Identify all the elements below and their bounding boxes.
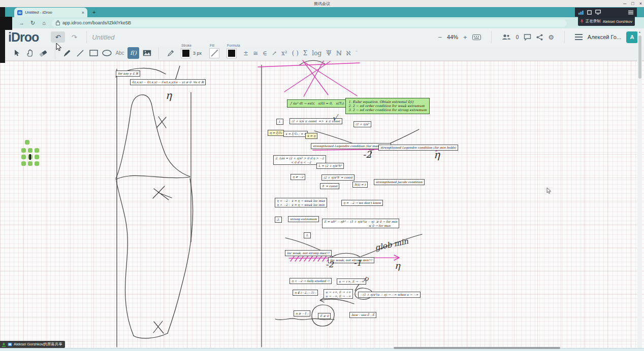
desktop-screen: 腾讯会议 ─ □ × iD Untitled - IDroo × + ← → ↻… xyxy=(0,0,644,351)
formula-box[interactable]: f(t,x,u) − f(t,x,y) − f′u(t,x,y)(u − y) … xyxy=(130,79,206,85)
plan-box[interactable]: 1. Euler equation. Obtain extremal x̂(t)… xyxy=(345,98,430,114)
formula-box[interactable]: E ≥ 0 xyxy=(318,313,331,319)
microphone-icon xyxy=(581,19,584,24)
recording-status: 正在录制 xyxy=(586,19,601,24)
formula-box[interactable]: L = (2 + η)ẋ²ℏ² xyxy=(316,163,344,169)
formula-box[interactable]: 3. xyxy=(275,217,282,223)
formula-box[interactable]: ẋ = ξ/T₀ ; = η xyxy=(283,131,308,137)
formula-box[interactable]: strong extremum xyxy=(288,216,319,222)
formula-box[interactable]: 1. xyxy=(276,119,283,125)
handwritten-label[interactable]: -1 xyxy=(353,258,362,268)
formula-box[interactable]: how : use Ē , Ē xyxy=(349,312,376,318)
vertical-scroll-thumb[interactable] xyxy=(638,36,641,79)
handwritten-label[interactable]: η xyxy=(395,260,400,271)
handwritten-label[interactable]: √ xyxy=(332,114,337,123)
scroll-up-arrow[interactable]: ▲ xyxy=(637,29,642,34)
formula-box[interactable]: (1 + η)ẋ² xyxy=(353,121,371,127)
formula-box[interactable]: u → +∞, E → +∞u → −∞, E → −∞ xyxy=(324,289,353,299)
screen-edge-strip xyxy=(0,7,5,63)
formula-box[interactable]: −(1 + η)ẋ²(u − η) → −∞ when u → −∞ xyxy=(358,292,421,298)
screen-edge-block xyxy=(0,17,12,30)
share-badge-text: Aleksei Gorshkov的屏幕共享 xyxy=(14,342,62,347)
formula-box[interactable]: loc weak, not strong min!!! xyxy=(328,257,374,263)
handwritten-label[interactable]: -2 xyxy=(326,260,334,269)
formula-box[interactable]: η ≥ −1 : xyxy=(294,310,310,317)
formula-box[interactable]: (2 + η)ẋ²ℏ′ = const xyxy=(321,174,355,181)
screen-share-badge[interactable]: Aleksei Gorshkov的屏幕共享 xyxy=(0,341,65,348)
formula-box[interactable]: η = ξ/T₀ xyxy=(268,130,284,136)
horizontal-scroll-thumb[interactable] xyxy=(394,347,560,349)
formula-box[interactable]: η < −2 : ẋ = η → weak loc maxη > −2 : ẋ … xyxy=(275,198,327,207)
handwritten-label[interactable]: η xyxy=(166,89,172,101)
member-list-icon[interactable] xyxy=(628,10,633,15)
formula-box[interactable]: η = −2 → we don't know xyxy=(341,200,383,206)
meeting-toolbar[interactable] xyxy=(575,8,637,17)
formula-box[interactable]: strengthened Jacobi condition xyxy=(374,179,425,185)
mouse-cursor xyxy=(56,43,63,52)
formula-box[interactable]: ℏ′ = const xyxy=(320,183,339,189)
task-box[interactable]: ∫ ẋu² dt → extr, x(0) = 0, x(T₀) = ξ xyxy=(287,99,353,108)
formula-box[interactable]: for any y ∈ ℝ xyxy=(116,71,140,77)
share-download-icon xyxy=(2,342,6,347)
formula-box[interactable]: ℏ(t) = t xyxy=(352,182,368,188)
share-window-icon xyxy=(8,342,12,346)
formula-box[interactable]: u → +∞, E → −∞ xyxy=(337,278,366,285)
meeting-recording-bar: 正在录制 Aleksei Gorshkov xyxy=(578,17,635,26)
vertical-scrollbar[interactable]: ▲ xyxy=(637,29,642,348)
formula-box[interactable]: loc weak, not strong max!!! xyxy=(285,250,332,256)
formula-box[interactable]: E = uℏ² − ηℏ² − (1 + η)ẋ²(u − η) ≥ 0 → f… xyxy=(322,219,399,228)
monitor-icon[interactable] xyxy=(595,10,601,15)
formula-box[interactable]: 1. xyxy=(304,232,311,238)
window-icon[interactable] xyxy=(587,10,592,15)
canvas-items-layer: for any y ∈ ℝf(t,x,u) − f(t,x,y) − f′u(t… xyxy=(0,0,644,351)
handwritten-label[interactable]: glob min xyxy=(374,236,409,252)
formula-box[interactable]: η < −2 → fully studied !! xyxy=(289,278,332,284)
handwritten-label[interactable]: η xyxy=(434,149,440,161)
formula-box[interactable]: η ∉ (−2, −1) : xyxy=(293,290,318,296)
remote-cursor xyxy=(546,187,552,194)
signal-icon xyxy=(578,10,584,15)
handwritten-label[interactable]: -2 xyxy=(363,149,372,160)
handwritten-label[interactable]: D xyxy=(363,275,369,283)
formula-box[interactable]: strengthened Legendre condition (for min… xyxy=(378,145,458,151)
formula-box[interactable]: ẋ = η xyxy=(305,133,317,139)
formula-box[interactable]: η ≠ −2 xyxy=(291,174,305,180)
recording-user: Aleksei Gorshkov xyxy=(603,19,632,24)
